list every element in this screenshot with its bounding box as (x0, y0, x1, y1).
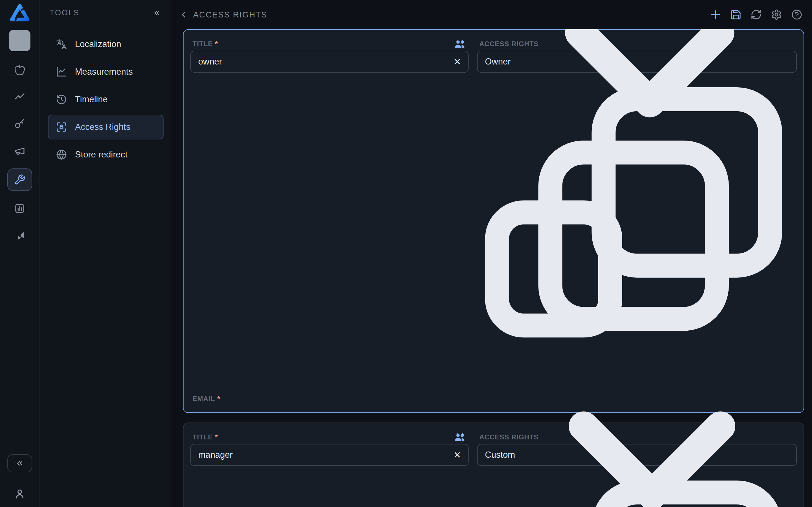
rail-collapse-button[interactable] (7, 454, 32, 472)
content-scroll-area: TITLE* owner × ACCESS RIGHTS (171, 29, 812, 507)
globe-icon (56, 149, 67, 160)
chevron-down-icon (515, 318, 789, 507)
sidebar-item-label: Localization (75, 39, 121, 49)
sidebar-item-label: Measurements (75, 67, 133, 77)
double-chevron-left-icon (15, 459, 24, 467)
access-rights-value: Custom (485, 450, 515, 460)
sidebar-item-label: Store redirect (75, 150, 128, 160)
title-value: owner (198, 57, 222, 67)
key-icon[interactable] (14, 118, 26, 129)
settings-gear-button[interactable] (771, 9, 782, 20)
main-panel: ACCESS RIGHTS TITLE* (171, 0, 812, 507)
app-logo-icon[interactable] (9, 4, 30, 22)
page-header: ACCESS RIGHTS (171, 0, 812, 29)
email-label: EMAIL (193, 395, 215, 402)
add-button[interactable] (710, 9, 721, 20)
required-asterisk: * (215, 433, 218, 441)
icon-rail (0, 0, 40, 507)
clear-title-icon[interactable]: × (454, 449, 461, 461)
line-chart-icon (56, 66, 67, 77)
required-asterisk: * (217, 395, 220, 402)
wrench-icon (14, 174, 26, 185)
rail-item-tools-active[interactable] (7, 168, 32, 191)
megaphone-icon[interactable] (14, 145, 26, 157)
back-chevron-icon[interactable] (179, 10, 189, 19)
workspace-tile[interactable] (9, 30, 31, 51)
sidebar-item-localization[interactable]: Localization (48, 32, 163, 57)
person-icon[interactable] (14, 488, 26, 500)
page-title: ACCESS RIGHTS (193, 10, 267, 19)
title-input[interactable]: owner × (190, 51, 469, 73)
sidebar-item-timeline[interactable]: Timeline (48, 87, 163, 112)
lock-scan-icon (56, 121, 67, 133)
title-input[interactable]: manager × (190, 444, 469, 466)
sidebar-item-label: Access Rights (75, 122, 130, 132)
access-rights-select[interactable]: Custom (477, 444, 797, 466)
access-rights-value: Owner (485, 57, 511, 67)
sidebar-title: TOOLS (50, 8, 80, 17)
refresh-button[interactable] (751, 9, 762, 20)
user-card-manager: TITLE* manager × ACCESS RIGHTS (183, 422, 804, 507)
save-button[interactable] (730, 9, 742, 20)
clear-title-icon[interactable]: × (454, 56, 461, 68)
tools-sidebar: TOOLS Localization Measurements Timeline (40, 0, 171, 507)
sidebar-item-access-rights[interactable]: Access Rights (48, 115, 163, 139)
required-asterisk: * (215, 40, 218, 48)
team-group-icon (454, 432, 466, 443)
rail-divider (0, 479, 39, 480)
trend-line-icon[interactable] (14, 91, 26, 103)
video-compare-icon[interactable] (14, 230, 26, 241)
sidebar-item-label: Timeline (75, 94, 108, 105)
title-value: manager (198, 450, 233, 460)
access-rights-select[interactable]: Owner (477, 51, 797, 73)
team-group-icon (454, 39, 466, 49)
history-clock-icon (56, 94, 67, 105)
sidebar-item-store-redirect[interactable]: Store redirect (48, 142, 163, 167)
title-label: TITLE (193, 433, 213, 441)
title-label: TITLE (193, 40, 213, 48)
bar-chart-icon[interactable] (14, 203, 26, 214)
help-button[interactable] (791, 9, 802, 20)
apple-icon[interactable] (14, 64, 26, 75)
translate-icon (56, 39, 67, 50)
sidebar-collapse-icon[interactable] (152, 9, 161, 17)
sidebar-item-measurements[interactable]: Measurements (48, 59, 163, 84)
